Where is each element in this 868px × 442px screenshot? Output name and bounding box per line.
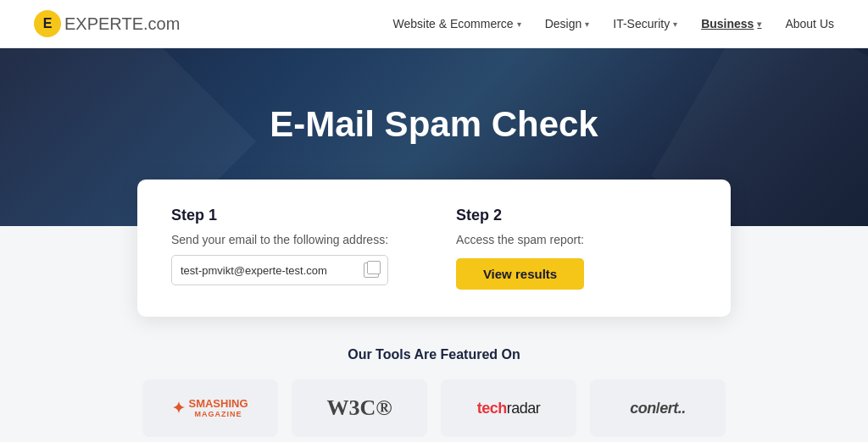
logo-icon: E bbox=[34, 10, 61, 37]
step-1: Step 1 Send your email to the following … bbox=[171, 207, 388, 290]
view-results-button[interactable]: View results bbox=[456, 258, 584, 290]
chevron-down-icon: ▾ bbox=[517, 19, 521, 29]
logo[interactable]: E EXPERTE.com bbox=[34, 10, 180, 37]
copy-icon[interactable] bbox=[364, 262, 379, 278]
smashing-symbol: ✦ bbox=[172, 399, 185, 417]
step-2: Step 2 Access the spam report: View resu… bbox=[456, 207, 584, 290]
email-field: test-pmvikt@experte-test.com bbox=[171, 255, 388, 285]
featured-section: Our Tools Are Featured On ✦ SMASHING MAG… bbox=[0, 317, 868, 442]
featured-title: Our Tools Are Featured On bbox=[34, 347, 834, 362]
hero-title: E-Mail Spam Check bbox=[270, 104, 598, 145]
logo-convert: con/ert.. bbox=[590, 379, 726, 437]
step2-description: Access the spam report: bbox=[456, 233, 584, 246]
logo-techradar: techradar bbox=[441, 379, 576, 437]
chevron-down-icon: ▾ bbox=[585, 19, 589, 29]
chevron-down-icon: ▾ bbox=[757, 19, 761, 29]
logos-row: ✦ SMASHING MAGAZINE W3C® techradar con/e… bbox=[34, 379, 834, 437]
card-wrapper: Step 1 Send your email to the following … bbox=[0, 180, 868, 317]
step1-title: Step 1 bbox=[171, 207, 388, 224]
nav-item-website-ecommerce[interactable]: Website & Ecommerce ▾ bbox=[393, 17, 521, 30]
nav-item-it-security[interactable]: IT-Security ▾ bbox=[613, 17, 677, 30]
email-address: test-pmvikt@experte-test.com bbox=[181, 264, 357, 277]
logo-w3c: W3C® bbox=[292, 379, 427, 437]
chevron-down-icon: ▾ bbox=[673, 19, 677, 29]
header: E EXPERTE.com Website & Ecommerce ▾ Desi… bbox=[0, 0, 868, 48]
logo-smashing-magazine: ✦ SMASHING MAGAZINE bbox=[142, 379, 278, 437]
main-nav: Website & Ecommerce ▾ Design ▾ IT-Securi… bbox=[393, 17, 834, 30]
nav-item-business[interactable]: Business ▾ bbox=[701, 17, 761, 30]
nav-item-design[interactable]: Design ▾ bbox=[545, 17, 590, 30]
step1-description: Send your email to the following address… bbox=[171, 233, 388, 246]
nav-item-about-us[interactable]: About Us bbox=[785, 17, 834, 30]
steps-card: Step 1 Send your email to the following … bbox=[137, 180, 731, 317]
logo-text: EXPERTE.com bbox=[64, 14, 180, 34]
step2-title: Step 2 bbox=[456, 207, 584, 224]
